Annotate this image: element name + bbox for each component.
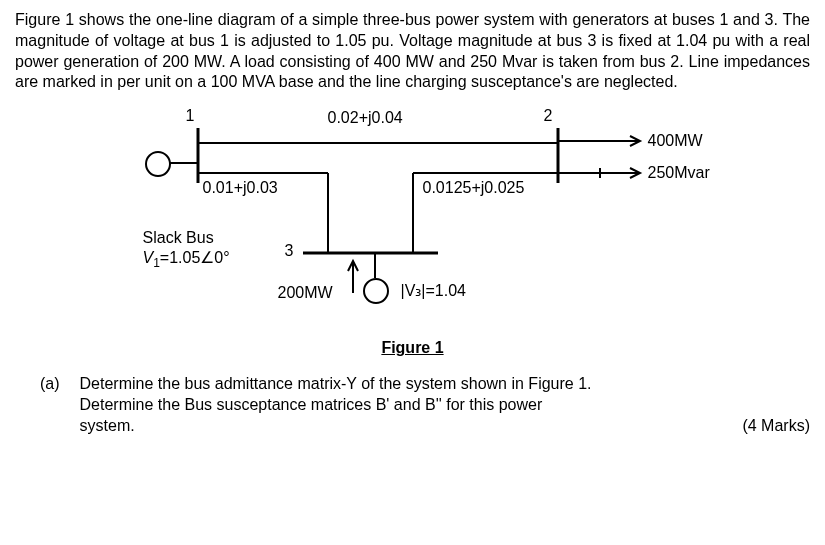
question-marks: (4 Marks) xyxy=(742,416,810,437)
generator-1-icon xyxy=(145,151,171,177)
question-text: Determine the bus admittance matrix-Y of… xyxy=(80,374,810,436)
load-real-power: 400MW xyxy=(648,131,703,152)
impedance-12: 0.02+j0.04 xyxy=(328,108,403,129)
slack-bus-label: Slack Bus xyxy=(143,228,214,249)
figure-caption: Figure 1 xyxy=(15,338,810,359)
generator-3-icon xyxy=(363,278,389,304)
question-label: (a) xyxy=(40,374,60,436)
v1-label: V1=1.05∠0° xyxy=(143,248,230,272)
bus-1-label: 1 xyxy=(186,106,195,127)
question-a: (a) Determine the bus admittance matrix-… xyxy=(15,374,810,436)
figure-1-diagram: 1 2 3 0.02+j0.04 0.01+j0.03 0.0125+j0.02… xyxy=(103,103,723,333)
bus-3-label: 3 xyxy=(285,241,294,262)
problem-statement: Figure 1 shows the one-line diagram of a… xyxy=(15,10,810,93)
load-reactive-power: 250Mvar xyxy=(648,163,710,184)
impedance-13: 0.01+j0.03 xyxy=(203,178,278,199)
bus-2-label: 2 xyxy=(544,106,553,127)
impedance-23: 0.0125+j0.025 xyxy=(423,178,525,199)
v3-label: |V₃|=1.04 xyxy=(401,281,466,302)
gen3-power: 200MW xyxy=(278,283,333,304)
